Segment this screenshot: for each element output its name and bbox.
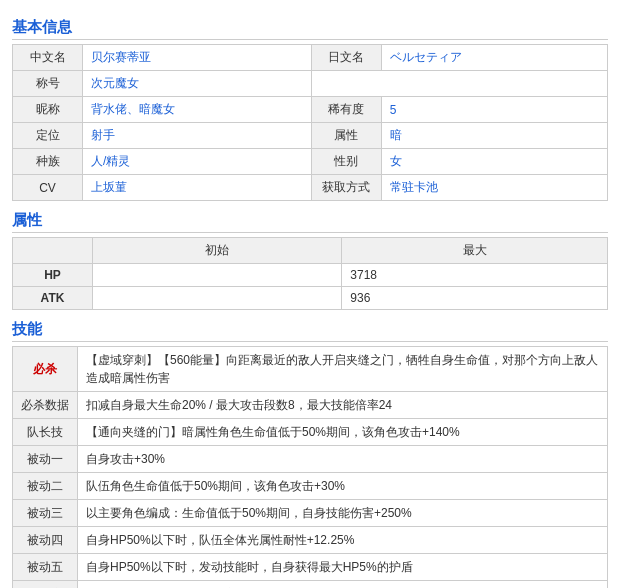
basic-label-5-0: CV <box>13 175 83 201</box>
basic-value-0-0: 贝尔赛蒂亚 <box>83 45 312 71</box>
attributes-table: 初始 最大 HP3718ATK936 <box>12 237 608 310</box>
attr-label-0: HP <box>13 264 93 287</box>
skill-label-3: 被动一 <box>13 446 78 473</box>
basic-value-4-1: 女 <box>381 149 607 175</box>
attr-max-1: 936 <box>342 287 608 310</box>
basic-value-0-1: ベルセティア <box>381 45 607 71</box>
basic-info-row: CV上坂菫获取方式常驻卡池 <box>13 175 608 201</box>
skill-value-5: 以主要角色编成：生命值低于50%期间，自身技能伤害+250% <box>78 500 608 527</box>
skill-row: 被动二队伍角色生命值低于50%期间，该角色攻击+30% <box>13 473 608 500</box>
basic-value-2-0: 背水佬、暗魔女 <box>83 97 312 123</box>
attr-col-max: 最大 <box>342 238 608 264</box>
skill-value-6: 自身HP50%以下时，队伍全体光属性耐性+12.25% <box>78 527 608 554</box>
skill-label-8: 被动六 <box>13 581 78 589</box>
skill-row: 被动四自身HP50%以下时，队伍全体光属性耐性+12.25% <box>13 527 608 554</box>
attr-col-initial: 初始 <box>93 238 342 264</box>
basic-value-1-1 <box>311 71 607 97</box>
basic-info-row: 称号次元魔女 <box>13 71 608 97</box>
basic-value-5-1: 常驻卡池 <box>381 175 607 201</box>
skill-value-4: 队伍角色生命值低于50%期间，该角色攻击+30% <box>78 473 608 500</box>
basic-label-3-1: 属性 <box>311 123 381 149</box>
skills-table: 必杀【虚域穿刺】【560能量】向距离最近的敌人开启夹缝之门，牺牲自身生命值，对那… <box>12 346 608 588</box>
basic-info-row: 种族人/精灵性别女 <box>13 149 608 175</box>
basic-label-1-0: 称号 <box>13 71 83 97</box>
skill-row: 必杀数据扣减自身最大生命20% / 最大攻击段数8，最大技能倍率24 <box>13 392 608 419</box>
basic-info-title: 基本信息 <box>12 18 608 40</box>
attr-initial-1 <box>93 287 342 310</box>
basic-label-4-0: 种族 <box>13 149 83 175</box>
skill-row: 被动一自身攻击+30% <box>13 446 608 473</box>
basic-label-0-0: 中文名 <box>13 45 83 71</box>
attr-row: ATK936 <box>13 287 608 310</box>
basic-info-section: 基本信息 中文名贝尔赛蒂亚日文名ベルセティア称号次元魔女昵称背水佬、暗魔女稀有度… <box>12 18 608 201</box>
basic-label-4-1: 性别 <box>311 149 381 175</box>
skill-label-1: 必杀数据 <box>13 392 78 419</box>
skill-label-7: 被动五 <box>13 554 78 581</box>
basic-info-row: 中文名贝尔赛蒂亚日文名ベルセティア <box>13 45 608 71</box>
basic-value-5-0: 上坂菫 <box>83 175 312 201</box>
attr-max-0: 3718 <box>342 264 608 287</box>
skills-title: 技能 <box>12 320 608 342</box>
skill-row: 被动五自身HP50%以下时，发动技能时，自身获得最大HP5%的护盾 <box>13 554 608 581</box>
skill-value-2: 【通向夹缝的门】暗属性角色生命值低于50%期间，该角色攻击+140% <box>78 419 608 446</box>
skill-value-1: 扣减自身最大生命20% / 最大攻击段数8，最大技能倍率24 <box>78 392 608 419</box>
skill-label-5: 被动三 <box>13 500 78 527</box>
attributes-section: 属性 初始 最大 HP3718ATK936 <box>12 211 608 310</box>
basic-value-3-1: 暗 <box>381 123 607 149</box>
basic-value-2-1: 5 <box>381 97 607 123</box>
attr-label-1: ATK <box>13 287 93 310</box>
skill-value-7: 自身HP50%以下时，发动技能时，自身获得最大HP5%的护盾 <box>78 554 608 581</box>
attr-col-empty <box>13 238 93 264</box>
skill-label-6: 被动四 <box>13 527 78 554</box>
skills-section: 技能 必杀【虚域穿刺】【560能量】向距离最近的敌人开启夹缝之门，牺牲自身生命值… <box>12 320 608 588</box>
basic-value-1-0: 次元魔女 <box>83 71 312 97</box>
skill-value-0: 【虚域穿刺】【560能量】向距离最近的敌人开启夹缝之门，牺牲自身生命值，对那个方… <box>78 347 608 392</box>
attr-row: HP3718 <box>13 264 608 287</box>
basic-label-2-1: 稀有度 <box>311 97 381 123</box>
skill-row: 被动三以主要角色编成：生命值低于50%期间，自身技能伤害+250% <box>13 500 608 527</box>
skill-row: 队长技【通向夹缝的门】暗属性角色生命值低于50%期间，该角色攻击+140% <box>13 419 608 446</box>
skill-label-2: 队长技 <box>13 419 78 446</box>
skill-value-8: 队伍全员HP50%以下时，暗属性角色攻击力+50% <box>78 581 608 589</box>
basic-label-0-1: 日文名 <box>311 45 381 71</box>
skill-label-4: 被动二 <box>13 473 78 500</box>
basic-value-4-0: 人/精灵 <box>83 149 312 175</box>
skill-row: 被动六队伍全员HP50%以下时，暗属性角色攻击力+50% <box>13 581 608 589</box>
basic-info-row: 定位射手属性暗 <box>13 123 608 149</box>
skill-label-0: 必杀 <box>13 347 78 392</box>
basic-value-3-0: 射手 <box>83 123 312 149</box>
basic-label-2-0: 昵称 <box>13 97 83 123</box>
basic-label-3-0: 定位 <box>13 123 83 149</box>
skill-value-3: 自身攻击+30% <box>78 446 608 473</box>
attributes-title: 属性 <box>12 211 608 233</box>
skill-row: 必杀【虚域穿刺】【560能量】向距离最近的敌人开启夹缝之门，牺牲自身生命值，对那… <box>13 347 608 392</box>
basic-label-5-1: 获取方式 <box>311 175 381 201</box>
basic-info-table: 中文名贝尔赛蒂亚日文名ベルセティア称号次元魔女昵称背水佬、暗魔女稀有度5定位射手… <box>12 44 608 201</box>
basic-info-row: 昵称背水佬、暗魔女稀有度5 <box>13 97 608 123</box>
attr-initial-0 <box>93 264 342 287</box>
